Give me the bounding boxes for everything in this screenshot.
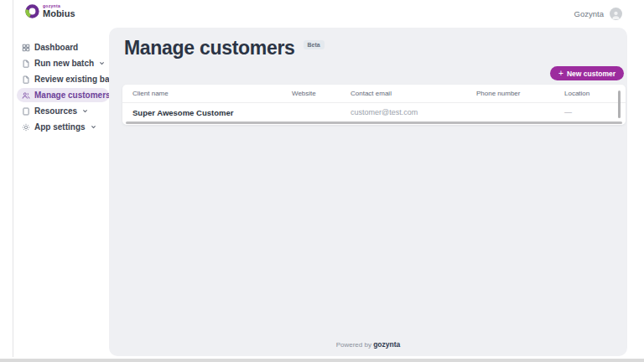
customers-table: Client name Website Contact email Phone … <box>122 85 626 125</box>
sidebar-item-label: Dashboard <box>34 43 78 52</box>
plus-icon: + <box>558 70 564 78</box>
people-icon <box>22 91 30 100</box>
page-title: Manage customers <box>124 37 295 59</box>
cell-location: — <box>564 108 615 116</box>
vertical-scrollbar[interactable] <box>618 90 621 118</box>
sidebar-item-review-existing-batch[interactable]: Review existing batch <box>17 72 109 86</box>
avatar[interactable] <box>610 8 622 20</box>
dashboard-icon <box>22 44 30 52</box>
sidebar-item-label: Resources <box>34 106 77 116</box>
logo-mobius-text: Mobius <box>43 9 75 18</box>
new-customer-button[interactable]: + New customer <box>550 66 624 80</box>
column-header-contact-email: Contact email <box>351 90 476 97</box>
main-content: Manage customers Beta + New customer Cli… <box>109 28 627 356</box>
column-header-website: Website <box>292 90 351 97</box>
beta-badge: Beta <box>304 40 325 49</box>
powered-by-brand: gozynta <box>373 340 400 349</box>
sidebar-item-resources[interactable]: Resources <box>17 104 109 118</box>
sidebar-item-label: Manage customers <box>34 90 111 100</box>
sidebar-item-label: App settings <box>34 122 86 132</box>
chevron-down-icon <box>82 108 88 114</box>
mobius-logo-icon <box>25 4 39 18</box>
window-edge-line <box>13 0 13 357</box>
book-icon <box>22 107 30 116</box>
column-header-location: Location <box>564 90 615 97</box>
powered-by-footer: Powered by gozynta <box>109 340 627 349</box>
app-logo: gozynta Mobius <box>25 4 75 18</box>
top-bar: gozynta Mobius Gozynta <box>13 0 644 28</box>
table-row[interactable]: Super Awesome Customer customer@test.com… <box>122 103 626 122</box>
sidebar-item-manage-customers[interactable]: Manage customers <box>17 88 109 102</box>
person-icon <box>610 9 621 20</box>
new-customer-button-label: New customer <box>567 70 615 78</box>
sidebar-item-app-settings[interactable]: App settings <box>17 120 109 134</box>
document-icon <box>22 59 30 68</box>
powered-by-text: Powered by <box>336 341 371 349</box>
bottom-edge-strip <box>0 359 644 362</box>
sidebar-item-label: Run new batch <box>34 59 94 68</box>
sidebar-item-dashboard[interactable]: Dashboard <box>17 40 109 54</box>
user-name: Gozynta <box>574 9 604 18</box>
sidebar: Dashboard Run new batch Review existing … <box>17 40 109 136</box>
cell-client-name: Super Awesome Customer <box>132 108 292 117</box>
horizontal-scrollbar[interactable] <box>126 122 622 124</box>
column-header-client-name: Client name <box>132 90 292 97</box>
chevron-down-icon <box>91 124 96 130</box>
chevron-down-icon <box>99 60 105 66</box>
cell-contact-email: customer@test.com <box>351 108 476 116</box>
sidebar-item-run-new-batch[interactable]: Run new batch <box>17 56 109 70</box>
column-header-phone-number: Phone number <box>476 90 564 97</box>
document-icon <box>22 75 30 84</box>
user-menu[interactable]: Gozynta <box>574 0 622 28</box>
table-header-row: Client name Website Contact email Phone … <box>122 85 626 103</box>
gear-icon <box>22 123 30 132</box>
